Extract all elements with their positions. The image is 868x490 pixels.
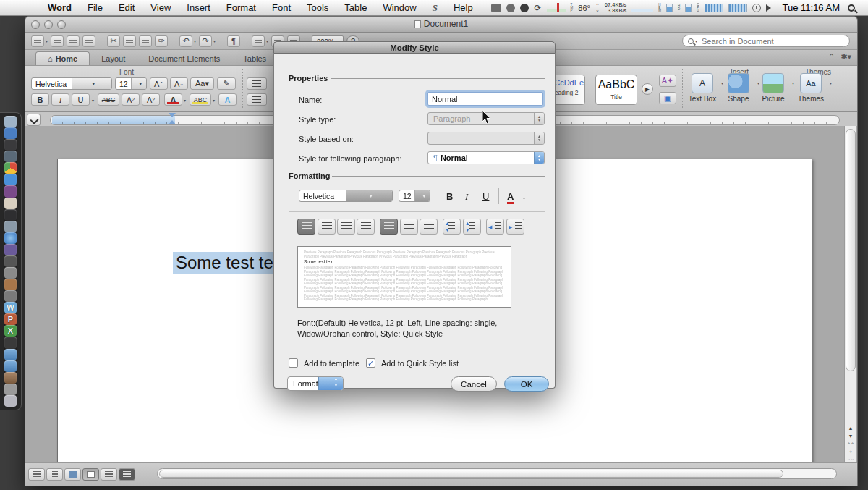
decrease-indent-button[interactable]: ◀ <box>486 219 504 235</box>
menu-help[interactable]: Help <box>446 2 481 13</box>
script-menu-icon[interactable]: S <box>425 2 446 14</box>
menu-word[interactable]: Word <box>40 2 80 13</box>
clear-formatting-button[interactable]: ✎ <box>217 77 236 90</box>
toolbox-button[interactable]: ▣ <box>659 92 676 104</box>
tab-layout[interactable]: Layout <box>90 51 137 65</box>
evernote-menu-icon[interactable] <box>520 4 529 12</box>
dialog-font-color-button[interactable]: A <box>507 191 514 204</box>
menu-edit[interactable]: Edit <box>111 2 142 13</box>
hscroll-thumb[interactable] <box>159 470 783 478</box>
menu-table[interactable]: Table <box>336 2 375 13</box>
font-size-combo[interactable]: 12▾ <box>115 77 147 90</box>
format-painter-button[interactable]: ✑ <box>155 35 168 47</box>
tab-home[interactable]: ⌂Home <box>35 51 90 65</box>
shrink-font-button[interactable]: A⌄ <box>170 77 188 90</box>
ribbon-gear-icon[interactable]: ✱▾ <box>841 52 851 62</box>
subscript-button[interactable]: A2 <box>142 93 160 106</box>
vertical-scrollbar[interactable]: ▲ ▼ ⌃⌃ ○ ⌄⌄ <box>844 126 856 462</box>
align-center-button[interactable] <box>318 219 336 235</box>
copy-button[interactable] <box>123 35 136 47</box>
font-color-button[interactable]: A <box>164 93 182 106</box>
add-to-template-checkbox[interactable] <box>289 358 298 368</box>
insert-picture-button[interactable]: ▾Picture <box>757 73 789 106</box>
insert-shape-button[interactable]: ▾Shape <box>723 73 754 106</box>
scroll-down-button[interactable]: ▼ <box>845 434 856 439</box>
increase-indent-button[interactable]: ▶ <box>506 219 524 235</box>
undo-button[interactable]: ↶ <box>179 35 192 47</box>
network-speed-readout[interactable]: 67.4KB/s 3.8KB/s <box>605 2 626 14</box>
save-button[interactable] <box>67 35 80 47</box>
dock-folder-blue-2-icon[interactable] <box>4 360 17 372</box>
font-color-dropdown-icon[interactable]: ▾ <box>523 195 525 200</box>
dock-app-word-icon[interactable]: W <box>4 302 17 313</box>
scroll-up-button[interactable]: ▲ <box>845 426 856 431</box>
insert-text-box-button[interactable]: A ▾Text Box <box>686 73 718 106</box>
outline-view-button[interactable] <box>46 468 63 481</box>
bullets-button[interactable] <box>247 77 267 90</box>
paste-button[interactable] <box>139 35 152 47</box>
window-titlebar[interactable]: Document1 <box>25 17 857 33</box>
dialog-underline-button[interactable]: U <box>482 191 489 202</box>
one-half-spacing-button[interactable] <box>400 219 418 235</box>
redo-button[interactable]: ↷ <box>199 35 212 47</box>
publishing-view-button[interactable] <box>64 468 81 481</box>
disk-meter-icon[interactable] <box>685 4 692 12</box>
open-button[interactable] <box>51 35 64 47</box>
dock-app-tv-icon[interactable] <box>4 209 17 221</box>
strikethrough-button[interactable]: ABC <box>98 93 119 106</box>
sync-menu-icon[interactable]: ⟳ <box>534 3 541 13</box>
time-machine-icon[interactable] <box>752 4 761 12</box>
menu-format[interactable]: Format <box>218 2 264 13</box>
dock-app-quicktime-icon[interactable] <box>4 244 17 255</box>
themes-button[interactable]: Aa ▾Themes <box>795 73 827 106</box>
cancel-button[interactable]: Cancel <box>451 376 497 392</box>
dock-app-utility-icon[interactable] <box>4 290 17 302</box>
browse-next-button[interactable]: ⌄⌄ <box>845 456 856 461</box>
phone-menu-icon[interactable] <box>506 4 515 12</box>
dock-app-itunes-icon[interactable] <box>4 232 17 244</box>
dialog-bold-button[interactable]: B <box>446 191 453 202</box>
dock-app-sphere-icon[interactable] <box>4 337 17 348</box>
spotlight-icon[interactable] <box>848 4 855 12</box>
dock-app-star-icon[interactable] <box>4 267 17 279</box>
focus-view-button[interactable] <box>119 468 135 481</box>
tab-stop-selector[interactable] <box>27 114 41 126</box>
increase-paragraph-spacing-button[interactable]: ▲▼ <box>443 219 461 235</box>
search-input[interactable] <box>697 37 849 46</box>
volume-icon[interactable] <box>766 4 775 12</box>
memory-meter-icon[interactable] <box>666 4 673 12</box>
menu-font[interactable]: Font <box>264 2 299 13</box>
table-button[interactable] <box>252 35 265 47</box>
dock-app-photos-icon[interactable] <box>4 255 17 267</box>
horizontal-scrollbar[interactable] <box>157 468 837 479</box>
superscript-button[interactable]: A2 <box>122 93 140 106</box>
dock-stack-window-icon[interactable] <box>4 384 17 395</box>
menu-tools[interactable]: Tools <box>299 2 336 13</box>
selected-text[interactable]: Some test text <box>173 252 289 274</box>
display-menu-icon[interactable] <box>491 4 501 12</box>
ok-button[interactable]: OK <box>504 376 549 392</box>
notebook-view-button[interactable] <box>101 468 117 481</box>
print-layout-view-button[interactable] <box>82 468 99 481</box>
styles-pane-button[interactable]: A✦ <box>659 75 676 87</box>
browse-object-button[interactable]: ○ <box>845 449 856 454</box>
following-paragraph-popup[interactable]: ¶ Normal ▲▼ <box>427 151 545 164</box>
dock-app-display-icon[interactable] <box>4 151 17 162</box>
align-left-button[interactable] <box>297 219 315 235</box>
browse-previous-button[interactable]: ⌃⌃ <box>845 442 856 447</box>
menu-window[interactable]: Window <box>375 2 424 13</box>
activity-graph-icon[interactable] <box>547 4 566 12</box>
more-styles-button[interactable]: ▶ <box>642 83 653 95</box>
tab-document-elements[interactable]: Document Elements <box>137 51 231 65</box>
grow-font-button[interactable]: A⌃ <box>150 77 168 90</box>
dock-app-grid-icon[interactable] <box>4 116 17 127</box>
menu-clock[interactable]: Tue 11:16 AM <box>780 2 843 13</box>
new-document-button[interactable] <box>31 35 44 47</box>
single-spacing-button[interactable] <box>380 219 398 235</box>
italic-button[interactable]: I <box>51 93 69 106</box>
shading-button[interactable] <box>247 93 267 106</box>
dock-app-preview-icon[interactable] <box>4 221 17 232</box>
dialog-size-combo[interactable]: 12▾ <box>399 190 430 202</box>
dock-app-browser-globe-icon[interactable] <box>4 127 17 139</box>
style-name-input[interactable] <box>427 92 543 106</box>
